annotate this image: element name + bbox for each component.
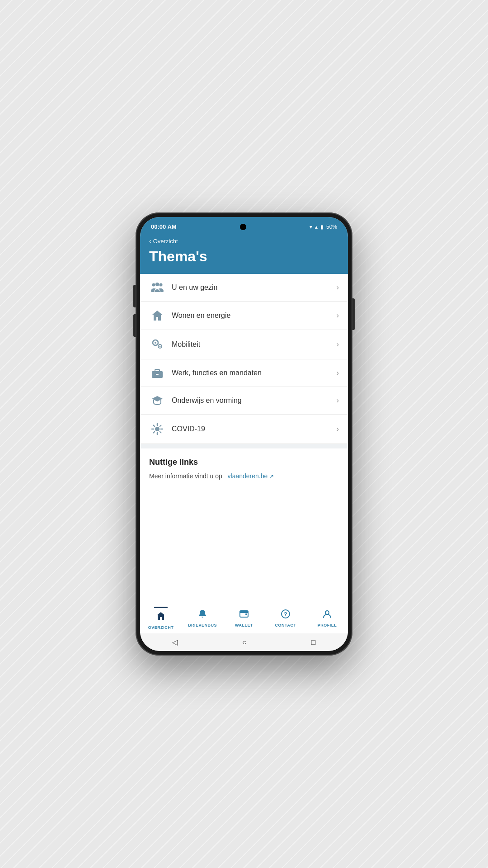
menu-item-onderwijs[interactable]: Onderwijs en vorming › (140, 387, 348, 415)
chevron-right-icon: › (337, 311, 339, 320)
back-chevron-icon: ‹ (149, 237, 151, 245)
svg-rect-8 (156, 374, 159, 375)
active-indicator (154, 607, 168, 608)
nav-item-contact[interactable]: ? CONTACT (265, 608, 306, 628)
home-icon (156, 611, 166, 624)
svg-point-23 (325, 611, 329, 614)
chevron-right-icon: › (337, 396, 339, 405)
nav-label-wallet: WALLET (235, 623, 253, 627)
menu-label-covid: COVID-19 (172, 425, 337, 433)
back-navigation[interactable]: ‹ Overzicht (149, 237, 339, 245)
main-content: U en uw gezin › Wonen en energie › (140, 274, 348, 602)
svg-line-16 (160, 425, 161, 427)
svg-point-2 (160, 283, 163, 287)
nav-item-wallet[interactable]: WALLET (223, 608, 265, 628)
svg-point-6 (160, 346, 161, 347)
svg-point-9 (155, 427, 160, 431)
menu-item-gezin[interactable]: U en uw gezin › (140, 274, 348, 302)
mobiliteit-icon (149, 338, 165, 351)
nav-item-profiel[interactable]: PROFIEL (306, 608, 348, 628)
menu-label-mobiliteit: Mobiliteit (172, 340, 337, 349)
chevron-right-icon: › (337, 425, 339, 433)
power-button (352, 298, 355, 330)
wifi-icon: ▾ (310, 224, 312, 230)
menu-item-mobiliteit[interactable]: Mobiliteit › (140, 330, 348, 359)
volume-down-button (133, 314, 136, 337)
volume-up-button (133, 285, 136, 307)
signal-icon: ▴ (315, 224, 318, 230)
page-title: Thema's (149, 248, 339, 265)
menu-item-werk[interactable]: Werk, functies en mandaten › (140, 359, 348, 387)
contact-icon: ? (281, 609, 291, 622)
status-bar: 00:00 AM ▾ ▴ ▮ 50% (140, 217, 348, 234)
covid-icon (149, 423, 165, 435)
nav-label-contact: CONTACT (275, 623, 296, 627)
section-divider (140, 444, 348, 448)
wonen-icon (149, 310, 165, 321)
front-camera (240, 224, 246, 230)
menu-label-gezin: U en uw gezin (172, 283, 337, 292)
nav-label-overzicht: OVERZICHT (148, 625, 174, 630)
android-back-button[interactable]: ◁ (172, 638, 178, 646)
svg-point-0 (152, 283, 155, 287)
nuttige-links-section: Nuttige links Meer informatie vindt u op… (140, 448, 348, 490)
werk-icon (149, 368, 165, 378)
battery-icon: ▮ (320, 224, 324, 230)
svg-point-4 (155, 342, 156, 344)
back-label: Overzicht (153, 238, 178, 245)
menu-item-covid[interactable]: COVID-19 › (140, 415, 348, 444)
svg-point-1 (155, 283, 159, 286)
android-navigation-bar: ◁ ○ □ (140, 633, 348, 651)
nuttige-links-intro: Meer informatie vindt u op (149, 472, 222, 480)
nav-label-brievenbus: BRIEVENBUS (188, 623, 217, 627)
menu-item-wonen[interactable]: Wonen en energie › (140, 302, 348, 330)
status-icons: ▾ ▴ ▮ 50% (310, 224, 337, 230)
page-header: ‹ Overzicht Thema's (140, 234, 348, 274)
svg-line-15 (160, 432, 161, 433)
profile-icon (322, 609, 332, 622)
wallet-icon (239, 609, 249, 622)
chevron-right-icon: › (337, 283, 339, 292)
svg-rect-20 (245, 613, 247, 615)
chevron-right-icon: › (337, 340, 339, 349)
svg-line-14 (154, 425, 155, 427)
chevron-right-icon: › (337, 369, 339, 377)
svg-text:?: ? (284, 611, 287, 618)
bottom-navigation: OVERZICHT BRIEVENBUS (140, 602, 348, 633)
menu-label-onderwijs: Onderwijs en vorming (172, 396, 337, 405)
bell-icon (197, 609, 207, 622)
svg-line-17 (154, 432, 155, 433)
nuttige-links-title: Nuttige links (149, 458, 339, 467)
battery-percentage: 50% (326, 224, 337, 230)
external-link-icon: ↗ (269, 473, 274, 480)
gezin-icon (149, 282, 165, 293)
nav-label-profiel: PROFIEL (318, 623, 337, 627)
onderwijs-icon (149, 395, 165, 406)
nuttige-links-text: Meer informatie vindt u op vlaanderen.be… (149, 472, 339, 481)
status-time: 00:00 AM (151, 223, 177, 230)
themes-list: U en uw gezin › Wonen en energie › (140, 274, 348, 444)
svg-rect-19 (240, 611, 248, 613)
menu-label-wonen: Wonen en energie (172, 311, 337, 320)
vlaanderen-link[interactable]: vlaanderen.be (228, 472, 268, 480)
phone-device: 00:00 AM ▾ ▴ ▮ 50% ‹ Overzicht Thema's (136, 212, 352, 656)
nav-item-overzicht[interactable]: OVERZICHT (140, 606, 182, 631)
phone-screen: 00:00 AM ▾ ▴ ▮ 50% ‹ Overzicht Thema's (140, 217, 348, 651)
android-recents-button[interactable]: □ (311, 638, 316, 646)
menu-label-werk: Werk, functies en mandaten (172, 369, 337, 377)
android-home-button[interactable]: ○ (242, 638, 247, 646)
nav-item-brievenbus[interactable]: BRIEVENBUS (182, 608, 223, 628)
